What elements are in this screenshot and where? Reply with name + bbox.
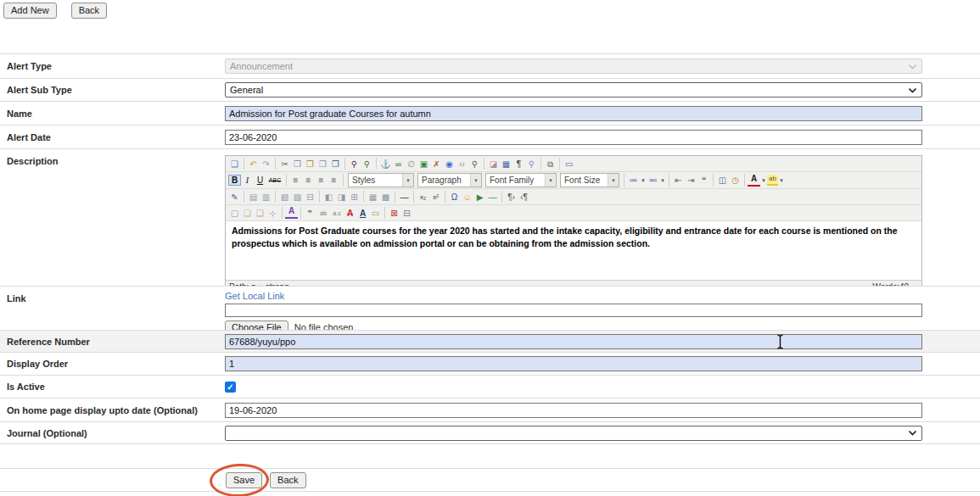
background-color-icon[interactable]: ab xyxy=(767,175,778,186)
bullet-list-icon[interactable]: ≔ xyxy=(627,175,640,186)
unlink-icon[interactable]: ∅ xyxy=(405,159,417,170)
alert-sub-type-select[interactable]: General xyxy=(225,82,922,98)
special-character-icon[interactable]: Ω xyxy=(448,192,461,203)
background-color-caret-icon[interactable]: ▾ xyxy=(778,175,785,186)
font-size-select[interactable]: Font Size▾ xyxy=(560,173,619,187)
add-new-button[interactable]: Add New xyxy=(3,3,57,19)
insert-date-icon[interactable]: ◫ xyxy=(716,175,729,186)
acronym-icon[interactable]: a.c xyxy=(330,208,344,219)
is-active-checkbox[interactable]: ✓ xyxy=(225,382,236,393)
find-replace-icon[interactable]: ⚲ xyxy=(361,159,373,170)
italic-icon[interactable]: I xyxy=(241,175,254,186)
bullet-list-caret-icon[interactable]: ▾ xyxy=(640,175,647,186)
font-family-select[interactable]: Font Family▾ xyxy=(485,173,557,187)
reference-number-input[interactable] xyxy=(225,334,922,349)
style-properties-icon[interactable]: A xyxy=(285,207,298,219)
indent-icon[interactable]: ⇥ xyxy=(685,175,697,186)
blockquote-icon[interactable]: ❝ xyxy=(697,175,710,186)
outdent-icon[interactable]: ⇤ xyxy=(672,175,685,186)
toolbar-separator xyxy=(744,174,745,187)
insert-layer-icon[interactable]: ▢ xyxy=(228,208,241,219)
absolute-position-icon[interactable]: ⊹ xyxy=(266,208,279,219)
attributes-icon[interactable]: ▭ xyxy=(369,208,382,219)
edit-html-icon[interactable]: ✎ xyxy=(228,192,241,203)
strikethrough-icon[interactable]: ABC xyxy=(266,175,283,186)
move-backward-icon[interactable]: ❏ xyxy=(254,208,266,219)
source-code-icon[interactable]: ‹› xyxy=(456,159,468,170)
cut-icon[interactable]: ✂ xyxy=(278,159,291,170)
undo-icon[interactable]: ↶ xyxy=(247,159,260,170)
display-upto-date-input[interactable] xyxy=(225,403,922,418)
insert-time-icon[interactable]: ◷ xyxy=(729,175,742,186)
citation-icon[interactable]: ❞ xyxy=(304,208,316,219)
text-color-icon[interactable]: A xyxy=(748,175,760,187)
align-right-icon[interactable]: ≡ xyxy=(315,175,328,186)
back-button-bottom[interactable]: Back xyxy=(270,472,305,488)
underline-icon[interactable]: U xyxy=(254,175,266,186)
emoticons-icon[interactable]: ☺ xyxy=(461,192,473,203)
ltr-paragraph-icon[interactable]: ¶› xyxy=(505,192,518,203)
styles-select[interactable]: Styles▾ xyxy=(348,173,414,187)
delete-row-icon[interactable]: ⊟ xyxy=(304,192,316,203)
advanced-hr-icon[interactable]: ― xyxy=(486,192,499,203)
print-icon[interactable]: ⧉ xyxy=(544,159,557,170)
align-left-icon[interactable]: ≡ xyxy=(289,175,302,186)
rtl-paragraph-icon[interactable]: ‹¶ xyxy=(518,192,530,203)
get-local-link[interactable]: Get Local Link xyxy=(225,291,284,301)
paste-as-text-icon[interactable]: ❒ xyxy=(316,159,329,170)
toolbar-separator xyxy=(384,207,385,219)
visual-characters-icon[interactable]: ⊠ xyxy=(388,208,400,219)
preview-icon[interactable]: ⚲ xyxy=(468,159,481,170)
back-button-top[interactable]: Back xyxy=(71,3,107,19)
save-button[interactable]: Save xyxy=(226,472,262,488)
name-input[interactable] xyxy=(225,106,922,121)
display-order-input[interactable] xyxy=(225,356,922,371)
toolbar-separator xyxy=(282,207,283,219)
align-justify-icon[interactable]: ≡ xyxy=(328,175,340,186)
insert-column-after-icon[interactable]: ◨ xyxy=(335,192,348,203)
table-row-properties-icon[interactable]: ▤ xyxy=(247,192,260,203)
redo-icon[interactable]: ↷ xyxy=(260,159,272,170)
editor-content[interactable]: Admissions for Post Graduate courses for… xyxy=(226,221,921,280)
zoom-preview-icon[interactable]: ⚲ xyxy=(525,159,538,170)
alert-date-input[interactable] xyxy=(225,130,922,145)
insert-row-after-icon[interactable]: ▨ xyxy=(291,192,304,203)
anchor-icon[interactable]: ⚓ xyxy=(379,159,392,170)
paste-from-word-icon[interactable]: ❒ xyxy=(329,159,342,170)
cleanup-icon[interactable]: ✗ xyxy=(430,159,443,170)
align-center-icon[interactable]: ≡ xyxy=(302,175,315,186)
split-cells-icon[interactable]: ▦ xyxy=(367,192,379,203)
text-color-caret-icon[interactable]: ▾ xyxy=(760,175,767,186)
insert-table-icon[interactable]: ▦ xyxy=(500,159,512,170)
superscript-icon[interactable]: x² xyxy=(429,192,442,203)
new-document-icon[interactable]: ❏ xyxy=(228,159,241,170)
numbered-list-caret-icon[interactable]: ▾ xyxy=(659,175,666,186)
deleted-text-icon[interactable]: A xyxy=(344,208,356,219)
numbered-list-icon[interactable]: ≕ xyxy=(647,175,659,186)
move-forward-icon[interactable]: ❏ xyxy=(241,208,254,219)
insert-media-icon[interactable]: ▶ xyxy=(473,192,486,203)
journal-select[interactable] xyxy=(225,426,922,441)
abbreviation-icon[interactable]: ab xyxy=(316,208,330,219)
copy-icon[interactable]: ❐ xyxy=(291,159,304,170)
insert-column-before-icon[interactable]: ◧ xyxy=(322,192,335,203)
subscript-icon[interactable]: x₂ xyxy=(417,192,429,203)
fullscreen-icon[interactable]: ▭ xyxy=(563,159,575,170)
merge-cells-icon[interactable]: ▩ xyxy=(379,192,392,203)
bold-icon[interactable]: B xyxy=(228,175,241,186)
insert-link-icon[interactable]: ∞ xyxy=(392,159,405,170)
link-input[interactable] xyxy=(225,304,922,317)
paragraph-format-select[interactable]: Paragraph▾ xyxy=(417,173,482,187)
insert-row-before-icon[interactable]: ▧ xyxy=(278,192,291,203)
eraser-icon[interactable]: ◪ xyxy=(487,159,500,170)
insert-image-icon[interactable]: ▣ xyxy=(417,159,430,170)
visual-aid-icon[interactable]: ¶ xyxy=(512,159,525,170)
horizontal-rule-icon[interactable]: — xyxy=(398,192,411,203)
inserted-text-icon[interactable]: A xyxy=(356,208,369,219)
find-icon[interactable]: ⚲ xyxy=(348,159,361,170)
table-cell-properties-icon[interactable]: ▥ xyxy=(260,192,272,203)
delete-column-icon[interactable]: ⊞ xyxy=(348,192,361,203)
paste-icon[interactable]: ❒ xyxy=(304,159,316,170)
help-icon[interactable]: ◉ xyxy=(443,159,456,170)
page-break-icon[interactable]: ⊟ xyxy=(400,208,413,219)
